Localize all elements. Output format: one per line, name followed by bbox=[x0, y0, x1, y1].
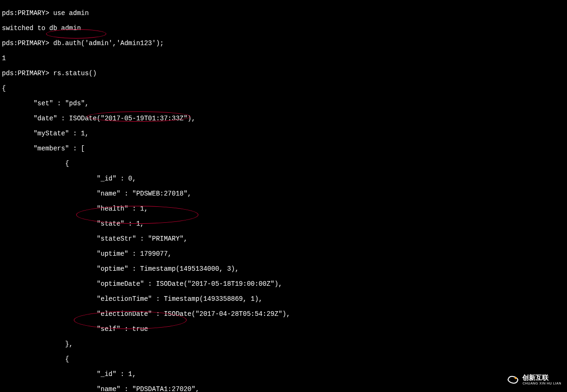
output-line: "electionTime" : Timestamp(1493358869, 1… bbox=[2, 295, 565, 303]
output-line: "myState" : 1, bbox=[2, 130, 565, 137]
output-line: { bbox=[2, 85, 565, 92]
output-line: "members" : [ bbox=[2, 145, 565, 152]
prompt-line: pds:PRIMARY> use admin bbox=[2, 9, 565, 17]
output-line: "health" : 1, bbox=[2, 205, 565, 212]
output-line: "state" : 1, bbox=[2, 220, 565, 227]
output-line: "optime" : Timestamp(1495134000, 3), bbox=[2, 265, 565, 273]
output-line: "_id" : 1, bbox=[2, 370, 565, 378]
terminal-output[interactable]: pds:PRIMARY> use admin switched to db ad… bbox=[2, 2, 565, 392]
output-line: "stateStr" : "PRIMARY", bbox=[2, 235, 565, 243]
output-line: }, bbox=[2, 340, 565, 348]
output-line: "name" : "PDSWEB:27018", bbox=[2, 190, 565, 197]
output-line: { bbox=[2, 160, 565, 167]
output-line: 1 bbox=[2, 55, 565, 62]
output-line: "set" : "pds", bbox=[2, 100, 565, 107]
output-line: "self" : true bbox=[2, 325, 565, 333]
svg-point-0 bbox=[515, 377, 517, 379]
prompt-line: pds:PRIMARY> rs.status() bbox=[2, 70, 565, 77]
watermark-logo-icon bbox=[506, 373, 520, 386]
output-line: switched to db admin bbox=[2, 24, 565, 32]
watermark-text-py: CHUANG XIN HU LIAN bbox=[522, 382, 561, 385]
output-line: "name" : "PDSDATA1:27020", bbox=[2, 385, 565, 392]
output-line: "date" : ISODate("2017-05-19T01:37:33Z")… bbox=[2, 115, 565, 122]
output-line: "electionDate" : ISODate("2017-04-28T05:… bbox=[2, 310, 565, 318]
output-line: "optimeDate" : ISODate("2017-05-18T19:00… bbox=[2, 280, 565, 288]
prompt-line: pds:PRIMARY> db.auth('admin','Admin123')… bbox=[2, 39, 565, 47]
output-line: "uptime" : 1799077, bbox=[2, 250, 565, 258]
watermark-text-cn: 创新互联 bbox=[522, 374, 561, 381]
watermark: 创新互联 CHUANG XIN HU LIAN bbox=[506, 373, 561, 386]
output-line: "_id" : 0, bbox=[2, 175, 565, 182]
output-line: { bbox=[2, 355, 565, 363]
